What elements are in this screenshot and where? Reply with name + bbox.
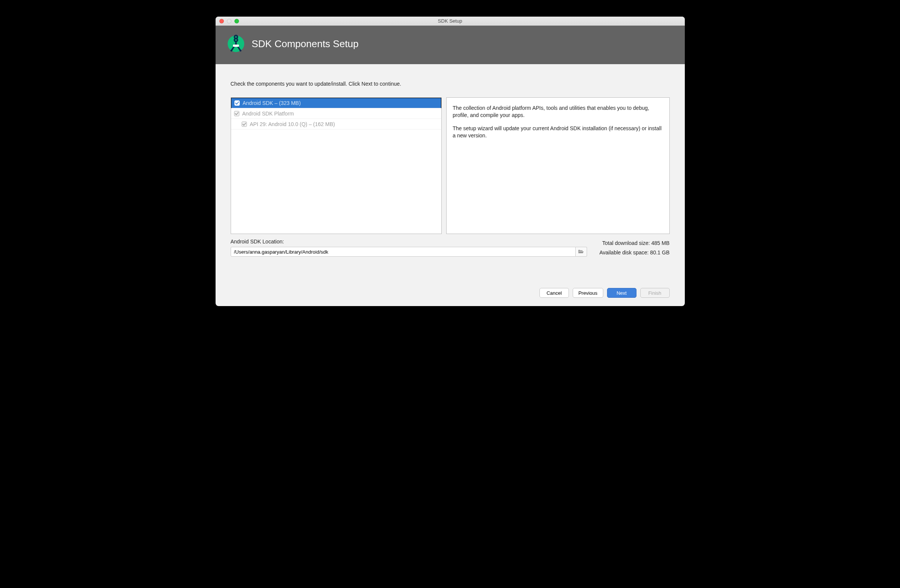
description-line: The setup wizard will update your curren…: [453, 125, 663, 139]
svg-rect-4: [233, 45, 239, 47]
component-label: API 29: Android 10.0 (Q) – (162 MB): [250, 121, 335, 127]
folder-open-icon: [578, 249, 584, 255]
finish-button: Finish: [640, 288, 670, 298]
window-title: SDK Setup: [216, 18, 685, 24]
sdk-location-input[interactable]: [231, 247, 576, 257]
cancel-button[interactable]: Cancel: [540, 288, 569, 298]
footer-buttons: Cancel Previous Next Finish: [216, 288, 685, 306]
checkbox: [242, 121, 247, 127]
component-label: Android SDK – (323 MB): [243, 100, 301, 106]
titlebar: SDK Setup: [216, 17, 685, 26]
checkbox: [234, 111, 239, 116]
banner: SDK Components Setup: [216, 26, 685, 64]
component-tree[interactable]: Android SDK – (323 MB)Android SDK Platfo…: [231, 98, 442, 234]
component-description: The collection of Android platform APIs,…: [446, 98, 670, 234]
checkbox[interactable]: [234, 100, 240, 105]
page-title: SDK Components Setup: [252, 38, 358, 50]
component-row[interactable]: Android SDK – (323 MB): [231, 98, 442, 108]
panels: Android SDK – (323 MB)Android SDK Platfo…: [231, 98, 670, 234]
component-row[interactable]: API 29: Android 10.0 (Q) – (162 MB): [231, 119, 442, 129]
next-button[interactable]: Next: [607, 288, 636, 298]
description-line: The collection of Android platform APIs,…: [453, 104, 663, 119]
content: Check the components you want to update/…: [216, 64, 685, 265]
total-download-size: Total download size: 485 MB: [599, 239, 670, 248]
browse-button[interactable]: [576, 247, 587, 257]
sdk-location-label: Android SDK Location:: [231, 239, 599, 245]
below-panels: Android SDK Location: Total download siz…: [231, 239, 670, 257]
component-label: Android SDK Platform: [242, 110, 294, 116]
instruction-text: Check the components you want to update/…: [231, 81, 670, 87]
component-row[interactable]: Android SDK Platform: [231, 108, 442, 119]
available-disk-space: Available disk space: 80.1 GB: [599, 248, 670, 258]
previous-button[interactable]: Previous: [573, 288, 603, 298]
svg-point-3: [239, 50, 241, 52]
window: SDK Setup SDK Components Setup Check the…: [216, 17, 685, 306]
svg-point-2: [230, 50, 232, 52]
android-studio-logo-icon: [227, 35, 245, 53]
